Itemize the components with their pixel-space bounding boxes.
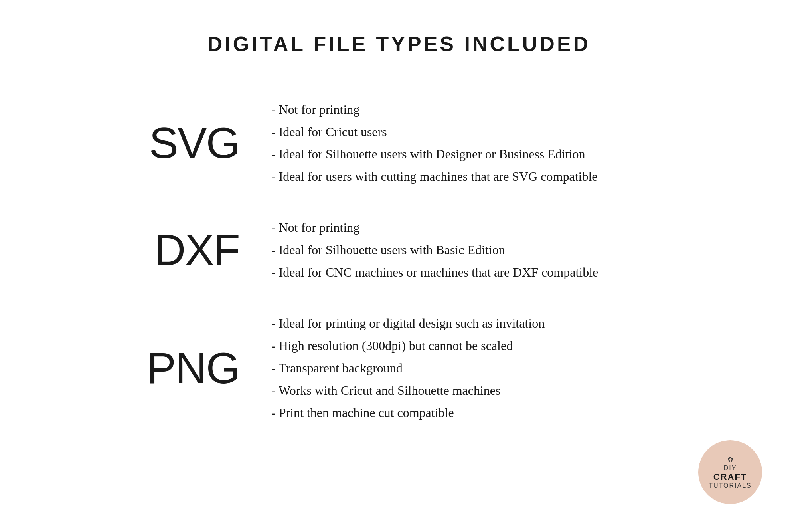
svg-section: SVG - Not for printing - Ideal for Cricu… [80,84,718,202]
png-detail-5: - Print then machine cut compatible [271,403,545,422]
svg-detail-1: - Not for printing [271,100,598,119]
watermark-icon: ✿ [727,455,733,464]
svg-detail-2: - Ideal for Cricut users [271,122,598,141]
watermark-line1: DIY [724,465,737,472]
png-detail-4: - Works with Cricut and Silhouette machi… [271,381,545,400]
watermark-line3: TUTORIALS [709,482,752,489]
png-label: PNG [128,346,239,390]
dxf-detail-1: - Not for printing [271,218,598,237]
png-details: - Ideal for printing or digital design s… [271,314,545,422]
png-detail-1: - Ideal for printing or digital design s… [271,314,545,333]
png-section: PNG - Ideal for printing or digital desi… [80,298,718,438]
watermark-badge: ✿ DIY CRAFT TUTORIALS [698,440,762,504]
watermark-line2: CRAFT [713,472,747,482]
png-detail-3: - Transparent background [271,358,545,378]
page-title: DIGITAL FILE TYPES INCLUDED [207,32,591,56]
svg-detail-3: - Ideal for Silhouette users with Design… [271,144,598,164]
dxf-section: DXF - Not for printing - Ideal for Silho… [80,202,718,298]
dxf-detail-3: - Ideal for CNC machines or machines tha… [271,263,598,282]
svg-details: - Not for printing - Ideal for Cricut us… [271,100,598,186]
dxf-detail-2: - Ideal for Silhouette users with Basic … [271,240,598,259]
content-area: SVG - Not for printing - Ideal for Cricu… [80,84,718,438]
svg-label: SVG [128,121,239,165]
dxf-label: DXF [128,228,239,272]
dxf-details: - Not for printing - Ideal for Silhouett… [271,218,598,282]
svg-detail-4: - Ideal for users with cutting machines … [271,167,598,186]
page: DIGITAL FILE TYPES INCLUDED SVG - Not fo… [0,0,798,532]
png-detail-2: - High resolution (300dpi) but cannot be… [271,336,545,355]
